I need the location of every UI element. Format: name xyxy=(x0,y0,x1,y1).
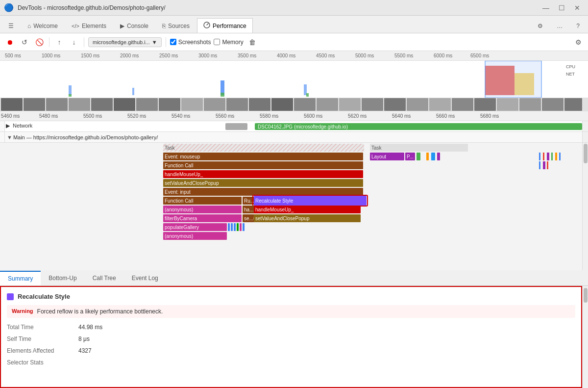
svg-text:handleMouseUp_: handleMouseUp_ xyxy=(255,207,294,212)
svg-rect-40 xyxy=(163,144,364,152)
tab-call-tree[interactable]: Call Tree xyxy=(85,271,124,285)
flame-main-content[interactable]: Task Task Event: mouseup Function Call xyxy=(0,143,582,270)
memory-toggle[interactable]: Memory xyxy=(214,39,243,46)
flame-scrollbar-thumb[interactable] xyxy=(584,144,588,163)
tab-performance[interactable]: Performance xyxy=(197,18,253,33)
selector-stats-row[interactable]: Selector Stats xyxy=(7,358,575,367)
svg-rect-18 xyxy=(114,98,135,111)
tab-bottom-up[interactable]: Bottom-Up xyxy=(41,271,84,285)
screenshots-label: Screenshots xyxy=(178,39,211,46)
tab-bottom-up-label: Bottom-Up xyxy=(49,275,76,282)
network-track-gutter xyxy=(0,121,5,131)
tab-event-log-label: Event Log xyxy=(132,275,158,282)
svg-rect-15 xyxy=(46,98,68,111)
svg-rect-94 xyxy=(547,153,549,160)
svg-rect-24 xyxy=(249,98,270,111)
tick-6500: 6500 ms xyxy=(470,53,489,58)
trash-button[interactable]: 🗑 xyxy=(246,36,258,48)
tick-2000: 2000 ms xyxy=(120,53,139,58)
svg-rect-21 xyxy=(181,98,203,111)
main-track-label: Main — https://microsoftedge.github.io/D… xyxy=(13,134,158,140)
svg-rect-22 xyxy=(204,98,225,111)
svg-rect-90 xyxy=(431,153,435,160)
svg-rect-25 xyxy=(271,98,293,111)
network-bar-gray xyxy=(225,123,247,130)
tab-elements[interactable]: </> Elements xyxy=(65,18,113,33)
timeline-chart[interactable]: CPU NET xyxy=(0,61,588,98)
svg-rect-26 xyxy=(294,98,316,111)
help-button[interactable]: ? xyxy=(570,18,586,33)
svg-text:Layout: Layout xyxy=(371,154,386,159)
url-display: microsoftedge.github.i... ▼ xyxy=(88,37,162,47)
screenshot-strip xyxy=(0,98,588,111)
network-bar-label: DSC04162.JPG (microsoftedge.github.io) xyxy=(258,124,348,129)
settings-gear-button[interactable]: ⚙ xyxy=(572,36,584,48)
svg-text:Event: input: Event: input xyxy=(165,189,191,195)
memory-checkbox[interactable] xyxy=(214,39,220,45)
clear-button[interactable]: 🚫 xyxy=(33,36,45,48)
tab-sidebar-toggle[interactable]: ☰ xyxy=(2,18,20,33)
svg-rect-97 xyxy=(559,153,561,160)
refresh-record-button[interactable]: ↺ xyxy=(19,36,30,48)
self-time-row: Self Time 8 μs xyxy=(7,335,575,343)
selector-stats-key: Selector Stats xyxy=(7,359,71,366)
tab-summary[interactable]: Summary xyxy=(0,271,41,285)
summary-scrollbar[interactable] xyxy=(582,286,588,388)
svg-rect-20 xyxy=(159,98,180,111)
minimize-button[interactable]: — xyxy=(539,3,553,12)
tab-sources[interactable]: ⎘ Sources xyxy=(156,18,196,33)
flame-ruler: 5460 ms 5480 ms 5500 ms 5520 ms 5540 ms … xyxy=(0,111,588,121)
svg-rect-80 xyxy=(240,223,242,231)
svg-rect-32 xyxy=(429,98,451,111)
record-button[interactable]: ⏺ xyxy=(4,36,16,48)
summary-title-row: Recalculate Style xyxy=(7,293,575,300)
bottom-content: Recalculate Style Warning Forced reflow … xyxy=(0,286,588,388)
screenshots-toggle[interactable]: Screenshots xyxy=(170,39,211,46)
svg-rect-19 xyxy=(136,98,158,111)
tick-2500: 2500 ms xyxy=(159,53,178,58)
svg-rect-91 xyxy=(437,153,440,160)
svg-text:(anonymous): (anonymous) xyxy=(165,233,193,239)
timeline-overview[interactable]: 500 ms 1000 ms 1500 ms 2000 ms 2500 ms 3… xyxy=(0,51,588,98)
flame-tick-5560: 5560 ms xyxy=(216,113,234,119)
tab-performance-label: Performance xyxy=(213,23,246,29)
svg-text:setValueAndClosePopup: setValueAndClosePopup xyxy=(165,181,219,186)
svg-text:Task: Task xyxy=(165,145,175,151)
close-button[interactable]: ✕ xyxy=(570,3,584,12)
svg-rect-12 xyxy=(306,93,309,97)
svg-rect-27 xyxy=(317,98,338,111)
svg-rect-53 xyxy=(163,188,363,196)
more-tools-button[interactable]: … xyxy=(550,18,569,33)
console-icon: ▶ xyxy=(120,23,124,29)
url-dropdown-icon[interactable]: ▼ xyxy=(152,39,157,45)
upload-button[interactable]: ↑ xyxy=(53,36,65,48)
network-track: ▶ Network DSC04162.JPG (microsoftedge.gi… xyxy=(0,121,588,132)
svg-rect-14 xyxy=(24,98,45,111)
flame-chart[interactable]: Task Task Event: mouseup Function Call xyxy=(0,143,588,270)
devtools-tab-bar: ☰ ⌂ Welcome </> Elements ▶ Console ⎘ Sou… xyxy=(0,16,588,33)
self-time-key: Self Time xyxy=(7,336,71,342)
main-track-gutter xyxy=(0,132,5,142)
bottom-section: Summary Bottom-Up Call Tree Event Log Re… xyxy=(0,270,588,388)
svg-text:(anonymous): (anonymous) xyxy=(165,207,193,212)
svg-rect-93 xyxy=(543,153,544,160)
flame-tick-5500: 5500 ms xyxy=(83,113,102,119)
flame-vertical-scrollbar[interactable] xyxy=(582,143,588,270)
window-title: DevTools - microsoftedge.github.io/Demos… xyxy=(18,4,535,11)
main-scrollbar-top xyxy=(582,132,588,142)
download-button[interactable]: ↓ xyxy=(68,36,80,48)
tab-welcome[interactable]: ⌂ Welcome xyxy=(21,18,64,33)
total-time-key: Total Time xyxy=(7,324,71,331)
svg-rect-28 xyxy=(339,98,361,111)
screenshots-checkbox[interactable] xyxy=(170,39,176,45)
settings-button[interactable]: ⚙ xyxy=(531,18,549,33)
main-track-triangle: ▼ xyxy=(7,134,12,140)
tab-event-log[interactable]: Event Log xyxy=(124,271,166,285)
svg-rect-29 xyxy=(362,98,383,111)
tab-console[interactable]: ▶ Console xyxy=(114,18,155,33)
maximize-button[interactable]: ☐ xyxy=(555,3,568,12)
main-track-title-row: ▼ Main — https://microsoftedge.github.io… xyxy=(5,132,582,143)
title-bar: 🔵 DevTools - microsoftedge.github.io/Dem… xyxy=(0,0,588,16)
svg-rect-31 xyxy=(407,98,428,111)
summary-scrollbar-thumb[interactable] xyxy=(584,288,588,303)
